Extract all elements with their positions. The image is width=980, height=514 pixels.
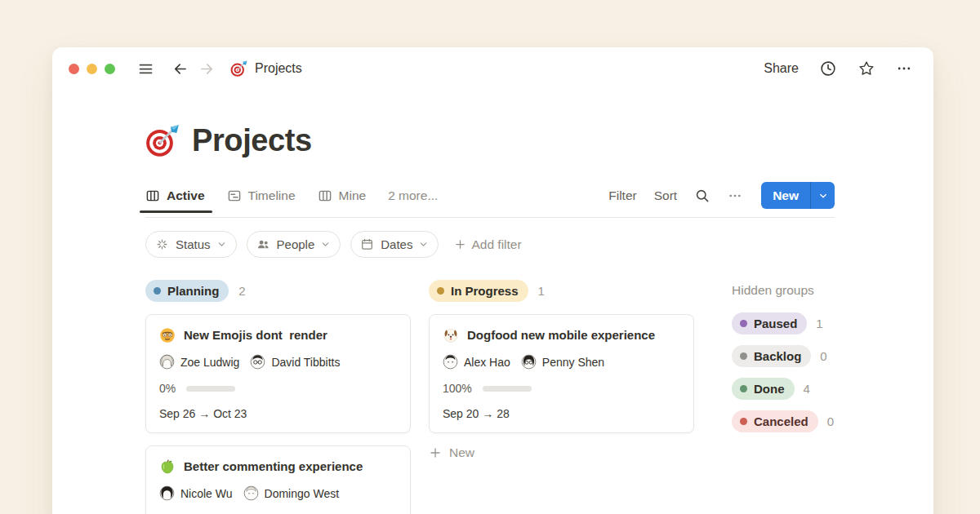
card-dogfood-mobile[interactable]: Dogfood new mobile experience Alex Hao P… (429, 314, 694, 433)
card-title-row: Dogfood new mobile experience (443, 326, 680, 343)
column-in-progress-header: In Progress 1 (429, 279, 694, 302)
green-apple-emoji-icon (159, 459, 176, 475)
card-progress: 0% (159, 382, 397, 395)
card-title: Better commenting experience (184, 458, 363, 475)
history-clock-icon[interactable] (819, 60, 837, 78)
avatar-alex-hao (443, 354, 458, 370)
people-icon (256, 237, 270, 251)
progress-bar (186, 386, 235, 392)
dates-filter-chip[interactable]: Dates (350, 231, 439, 258)
new-button[interactable]: New (761, 182, 810, 209)
status-filter-chip[interactable]: Status (145, 231, 237, 258)
add-filter-button[interactable]: Add filter (454, 237, 521, 252)
add-card-button[interactable]: New (429, 445, 694, 460)
more-options-icon[interactable] (896, 60, 912, 77)
progress-label: 0% (159, 382, 176, 395)
minimize-window-button[interactable] (87, 64, 97, 74)
calendar-icon (360, 237, 374, 251)
view-more-options-icon[interactable] (728, 188, 742, 203)
hidden-group-backlog: Backlog 0 (732, 345, 871, 367)
planning-count: 2 (238, 284, 245, 298)
card-title-row: Better commenting experience (159, 458, 397, 475)
assignee: Zoe Ludwig (159, 354, 239, 370)
paused-count: 1 (816, 317, 822, 330)
canceled-status-pill[interactable]: Canceled (732, 410, 818, 432)
done-status-pill[interactable]: Done (732, 378, 795, 400)
filter-chips-bar: Status People Dates (145, 231, 835, 258)
avatar-david-tibbitts (250, 354, 265, 370)
paused-status-pill[interactable]: Paused (732, 312, 807, 335)
page-title[interactable]: Projects (192, 123, 312, 158)
people-chip-label: People (277, 237, 315, 251)
card-title: New Emojis dont render (184, 326, 327, 343)
app-window: Projects Share Projects (52, 47, 933, 514)
status-dot (740, 352, 747, 360)
assignee: Alex Hao (443, 354, 510, 370)
hidden-group-canceled: Canceled 0 (732, 410, 871, 432)
card-assignees: Nicole Wu Domingo West (159, 485, 397, 501)
chevron-down-icon (217, 240, 226, 249)
card-new-emojis[interactable]: New Emojis dont render Zoe Ludwig David … (145, 314, 411, 433)
card-assignees: Alex Hao Penny Shen (443, 354, 680, 370)
tab-active[interactable]: Active (145, 188, 205, 203)
view-actions: Filter Sort New (608, 182, 835, 209)
zoom-window-button[interactable] (105, 64, 115, 74)
card-progress: 100% (443, 382, 680, 395)
new-dropdown-button[interactable] (810, 182, 835, 209)
status-dot (154, 287, 161, 295)
card-dates: Sep 26 → Oct 23 (159, 407, 397, 420)
tab-timeline-label: Timeline (248, 188, 296, 203)
card-title: Dogfood new mobile experience (467, 326, 655, 343)
chevron-down-icon (321, 240, 330, 249)
dates-chip-label: Dates (381, 237, 412, 251)
page-dart-target-icon[interactable] (145, 124, 180, 158)
forward-arrow-icon[interactable] (198, 60, 216, 78)
filter-button[interactable]: Filter (608, 188, 636, 203)
assignee-name: Nicole Wu (180, 487, 233, 500)
avatar-zoe-ludwig (159, 354, 175, 370)
status-dot (437, 287, 444, 295)
back-arrow-icon[interactable] (172, 60, 189, 78)
planning-status-pill[interactable]: Planning (145, 280, 229, 302)
card-better-commenting[interactable]: Better commenting experience Nicole Wu D… (145, 445, 411, 514)
tab-timeline[interactable]: Timeline (227, 188, 296, 203)
tab-mine[interactable]: Mine (318, 188, 367, 203)
progress-label: 100% (443, 382, 472, 395)
desktop-background: Projects Share Projects (0, 0, 980, 514)
dog-face-emoji-icon (443, 327, 459, 343)
canceled-label: Canceled (754, 414, 808, 428)
close-window-button[interactable] (69, 64, 79, 74)
status-dot (740, 418, 747, 425)
breadcrumb-title: Projects (255, 61, 302, 76)
assignee: David Tibbitts (250, 354, 340, 370)
assignee: Domingo West (243, 485, 340, 501)
assignee-name: Alex Hao (464, 356, 510, 369)
column-planning: Planning 2 New Emojis dont render Z (145, 279, 411, 514)
add-filter-label: Add filter (471, 237, 521, 252)
status-dot (740, 385, 747, 392)
backlog-label: Backlog (754, 349, 801, 363)
search-icon[interactable] (694, 188, 710, 204)
status-burst-icon (155, 237, 169, 251)
in-progress-count: 1 (538, 284, 545, 298)
sort-button[interactable]: Sort (654, 188, 677, 203)
backlog-status-pill[interactable]: Backlog (732, 345, 811, 367)
assignee-name: Domingo West (265, 487, 340, 500)
sidebar-menu-icon[interactable] (137, 60, 154, 78)
tab-mine-label: Mine (339, 188, 367, 203)
page-header: Projects (145, 123, 835, 158)
assignee-name: Penny Shen (542, 356, 604, 369)
share-button[interactable]: Share (764, 61, 799, 76)
tabs-more-button[interactable]: 2 more... (388, 188, 438, 203)
favorite-star-icon[interactable] (858, 60, 875, 78)
chevron-down-icon (818, 191, 828, 201)
hidden-groups-panel: Hidden groups Paused 1 Backlog (732, 279, 871, 432)
breadcrumb[interactable]: Projects (230, 60, 302, 78)
board-view-icon (318, 188, 332, 203)
in-progress-status-pill[interactable]: In Progress (429, 280, 528, 302)
status-chip-label: Status (176, 237, 211, 251)
avatar-penny-shen (521, 354, 537, 370)
people-filter-chip[interactable]: People (247, 231, 341, 258)
dart-target-icon (230, 60, 247, 78)
done-label: Done (754, 382, 785, 396)
